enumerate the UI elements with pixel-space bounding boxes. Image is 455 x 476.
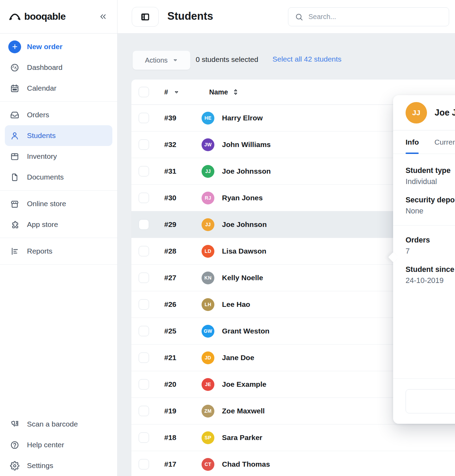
student-name: Sara Parker [222,433,262,442]
row-checkbox[interactable] [139,166,149,176]
sidebar-item-new-order[interactable]: New order [0,36,117,57]
avatar: JJ [406,102,427,123]
name-column-header[interactable]: Name [209,88,239,96]
field-student-since: Student since 24-10-2019 [406,265,455,285]
select-all-checkbox[interactable] [139,87,149,97]
tab-info[interactable]: Info [406,130,419,154]
table-row[interactable]: #18 SP Sara Parker [131,424,455,451]
sidebar-item-app-store[interactable]: App store [0,214,117,235]
student-name: Joe Example [222,380,266,388]
sidebar-item-label: Inventory [27,152,57,161]
sidebar-item-help-center[interactable]: Help center [0,434,117,455]
tab-current[interactable]: Current (4) [434,130,455,154]
student-name: Chad Thomas [222,460,270,468]
sidebar-item-students[interactable]: Students [5,125,112,146]
avatar: GW [202,325,214,338]
online-store-icon [8,199,21,209]
student-number: #39 [164,114,202,122]
nav-group-main: New order Dashboard Calendar [0,34,117,102]
nav-group-reports: Reports [0,238,117,265]
student-name: Grant Weston [222,327,269,335]
student-name: Lee Hao [222,300,250,309]
inventory-icon [8,152,21,161]
row-checkbox[interactable] [139,246,149,256]
student-name: Harry Elrow [222,114,263,122]
student-number: #17 [164,460,202,468]
page-title: Students [167,10,213,22]
main-content: Actions 0 students selected Select all 4… [118,34,455,476]
student-number: #27 [164,274,202,282]
reports-icon [8,247,21,256]
row-checkbox[interactable] [139,299,149,310]
sidebar-item-label: Scan a barcode [27,420,78,428]
sidebar-item-calendar[interactable]: Calendar [0,78,117,99]
avatar: JW [202,138,214,151]
view-student-button[interactable]: View student [406,389,455,413]
row-checkbox[interactable] [139,139,149,150]
avatar: JD [202,351,214,364]
sidebar-item-label: Settings [27,461,53,470]
avatar: JJ [202,218,214,231]
student-name: Lisa Dawson [222,247,266,255]
avatar: CT [202,458,214,471]
student-name: Ryan Jones [222,194,263,202]
sidebar-item-label: New order [27,43,63,51]
sidebar-item-label: Dashboard [27,63,63,72]
row-checkbox[interactable] [139,353,149,363]
sort-both-icon[interactable] [233,89,239,95]
row-checkbox[interactable] [139,432,149,443]
sidebar-item-documents[interactable]: Documents [0,167,117,187]
row-checkbox[interactable] [139,379,149,390]
row-checkbox[interactable] [139,219,149,230]
row-checkbox[interactable] [139,193,149,203]
field-label: Student type [406,166,455,175]
field-label: Security deposit [406,196,455,204]
student-name: John Williams [222,140,271,149]
nav-group-store: Online store App store [0,191,117,238]
table-row[interactable]: #17 CT Chad Thomas [131,451,455,476]
module-switcher-button[interactable] [132,7,159,27]
search-input[interactable] [308,13,442,21]
row-checkbox[interactable] [139,459,149,469]
avatar: JJ [202,165,214,178]
number-column-header[interactable]: # [164,88,202,96]
select-all-link[interactable]: Select all 42 students [272,55,342,63]
row-checkbox[interactable] [139,326,149,336]
sidebar-item-scan-barcode[interactable]: Scan a barcode [0,414,117,434]
student-number: #18 [164,433,202,442]
sidebar-item-inventory[interactable]: Inventory [0,146,117,167]
sidebar-item-label: Calendar [27,84,56,92]
sort-descending-icon[interactable] [174,90,179,95]
collapse-sidebar-icon[interactable] [99,12,108,21]
sidebar-item-online-store[interactable]: Online store [0,193,117,214]
student-number: #20 [164,380,202,388]
field-value: 7 [406,247,455,256]
app-store-icon [8,220,21,229]
field-student-type: Student type Individual [406,166,455,186]
sidebar-item-label: App store [27,220,58,229]
student-number: #29 [164,220,202,229]
avatar: SP [202,431,214,444]
student-name: Joe Johnson [435,108,455,118]
sidebar-item-reports[interactable]: Reports [0,241,117,262]
row-checkbox[interactable] [139,406,149,416]
sidebar-item-settings[interactable]: Settings [0,455,117,476]
sidebar-spacer [0,265,117,411]
sidebar-item-orders[interactable]: Orders [0,104,117,125]
avatar: LH [202,298,214,311]
sidebar-item-label: Reports [27,247,53,255]
calendar-icon [8,84,21,93]
help-icon [8,440,21,450]
actions-dropdown-button[interactable]: Actions [132,51,191,70]
field-orders: Orders 7 [406,236,455,256]
students-icon [8,131,21,140]
nav-group-bottom: Scan a barcode Help center Settings [0,411,117,476]
student-number: #19 [164,407,202,415]
row-checkbox[interactable] [139,113,149,123]
search-box[interactable] [288,7,449,26]
row-checkbox[interactable] [139,273,149,283]
sidebar-item-dashboard[interactable]: Dashboard [0,57,117,78]
avatar: JE [202,378,214,391]
student-name: Kelly Noelle [222,274,263,282]
student-name: Joe Johnsson [222,167,271,175]
